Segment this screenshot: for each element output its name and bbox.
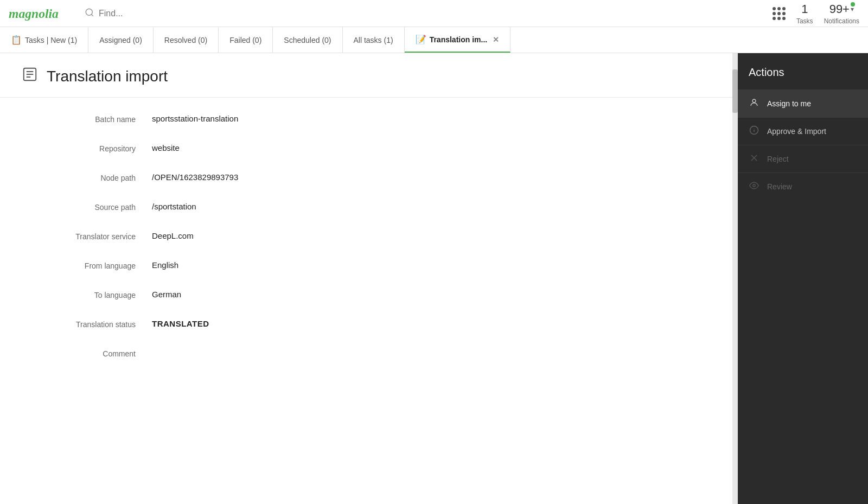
action-approve-label: Approve & Import: [767, 127, 826, 136]
tab-detail-icon: 📝: [416, 34, 426, 44]
scrollbar-thumb: [732, 69, 738, 113]
content-panel: Translation import Batch name sportsstat…: [0, 53, 732, 504]
vertical-scrollbar[interactable]: [732, 53, 738, 504]
actions-sidebar: Actions Assign to me Approve & Import: [738, 53, 868, 504]
grid-dot: [777, 17, 781, 20]
value-source-path: /sportstation: [152, 202, 196, 211]
person-icon: [749, 98, 760, 110]
tab-icon: 📋: [11, 35, 22, 45]
info-icon: [749, 125, 760, 137]
tasks-label: Tasks: [796, 17, 813, 25]
field-node-path: Node path /OPEN/1623829893793: [43, 173, 711, 182]
tab-failed[interactable]: Failed (0): [219, 27, 273, 53]
field-from-language: From language English: [43, 260, 711, 270]
value-node-path: /OPEN/1623829893793: [152, 173, 238, 182]
tab-assigned-label: Assigned (0): [99, 36, 142, 44]
tabs-bar: 📋 Tasks | New (1) Assigned (0) Resolved …: [0, 27, 868, 53]
search-input[interactable]: [99, 9, 762, 18]
field-to-language: To language German: [43, 290, 711, 299]
topbar: magnolia 1 Tasks: [0, 0, 868, 27]
tab-all-tasks[interactable]: All tasks (1): [343, 27, 405, 53]
value-batch-name: sportsstation-translation: [152, 114, 238, 123]
field-translation-status: Translation status TRANSLATED: [43, 319, 711, 329]
tab-scheduled[interactable]: Scheduled (0): [273, 27, 342, 53]
page-title-icon: [22, 66, 38, 86]
tab-detail[interactable]: 📝 Translation im... ✕: [405, 27, 511, 53]
label-batch-name: Batch name: [43, 114, 152, 124]
tab-scheduled-label: Scheduled (0): [284, 36, 331, 44]
action-assign-to-me[interactable]: Assign to me: [738, 90, 868, 117]
grid-dot: [773, 7, 776, 10]
label-source-path: Source path: [43, 202, 152, 212]
notifications-counter[interactable]: 99+ ▾ Notifications: [824, 2, 859, 25]
field-source-path: Source path /sportstation: [43, 202, 711, 212]
action-approve-import[interactable]: Approve & Import: [738, 117, 868, 145]
page-title: Translation import: [47, 68, 168, 85]
label-from-language: From language: [43, 260, 152, 270]
grid-dot: [777, 7, 781, 10]
label-node-path: Node path: [43, 173, 152, 182]
form-fields: Batch name sportsstation-translation Rep…: [0, 98, 732, 358]
grid-dot: [773, 17, 776, 20]
logo: magnolia: [9, 5, 74, 22]
action-review[interactable]: Review: [738, 173, 868, 200]
value-from-language: English: [152, 260, 178, 270]
svg-line-2: [91, 14, 93, 16]
label-translation-status: Translation status: [43, 319, 152, 329]
value-repository: website: [152, 143, 180, 152]
search-bar[interactable]: [85, 8, 762, 20]
value-translation-status: TRANSLATED: [152, 319, 209, 328]
field-batch-name: Batch name sportsstation-translation: [43, 114, 711, 124]
tab-assigned[interactable]: Assigned (0): [88, 27, 154, 53]
app-grid-button[interactable]: [773, 7, 786, 20]
field-translator-service: Translator service DeepL.com: [43, 231, 711, 241]
tasks-count: 1: [801, 2, 808, 16]
grid-dot: [782, 7, 786, 10]
grid-dot: [782, 17, 786, 20]
value-to-language: German: [152, 290, 181, 299]
label-to-language: To language: [43, 290, 152, 299]
notifications-count: 99+: [829, 2, 850, 16]
eye-icon: [749, 181, 760, 193]
action-reject-label: Reject: [767, 155, 789, 163]
tasks-counter[interactable]: 1 Tasks: [796, 2, 813, 25]
value-translator-service: DeepL.com: [152, 231, 194, 240]
label-comment: Comment: [43, 348, 152, 358]
tab-detail-label: Translation im...: [430, 35, 488, 44]
search-icon: [85, 8, 94, 20]
field-repository: Repository website: [43, 143, 711, 153]
svg-point-1: [86, 9, 92, 15]
magnolia-logo: magnolia: [9, 5, 63, 22]
tab-alltasks-label: All tasks (1): [354, 36, 393, 44]
svg-point-7: [752, 99, 756, 103]
action-reject[interactable]: Reject: [738, 145, 868, 173]
notifications-dot: [851, 2, 855, 7]
field-comment: Comment: [43, 348, 711, 358]
tab-failed-label: Failed (0): [229, 36, 261, 44]
grid-dot: [773, 12, 776, 15]
svg-point-13: [753, 184, 756, 187]
close-icon: [749, 153, 760, 165]
action-assign-label: Assign to me: [767, 99, 811, 108]
tab-resolved[interactable]: Resolved (0): [154, 27, 219, 53]
actions-title: Actions: [738, 53, 868, 90]
grid-dot: [777, 12, 781, 15]
tab-resolved-label: Resolved (0): [164, 36, 207, 44]
topbar-right: 1 Tasks 99+ ▾ Notifications: [773, 2, 859, 25]
main-layout: Translation import Batch name sportsstat…: [0, 53, 868, 504]
tab-close-button[interactable]: ✕: [493, 35, 499, 44]
chevron-down-icon: ▾: [851, 5, 854, 13]
label-repository: Repository: [43, 143, 152, 153]
label-translator-service: Translator service: [43, 231, 152, 241]
grid-dot: [782, 12, 786, 15]
action-review-label: Review: [767, 182, 792, 191]
tab-new-label: Tasks | New (1): [25, 36, 77, 44]
page-title-bar: Translation import: [0, 53, 732, 98]
tab-new[interactable]: 📋 Tasks | New (1): [0, 27, 88, 53]
notifications-label: Notifications: [824, 17, 859, 25]
svg-text:magnolia: magnolia: [9, 6, 59, 20]
